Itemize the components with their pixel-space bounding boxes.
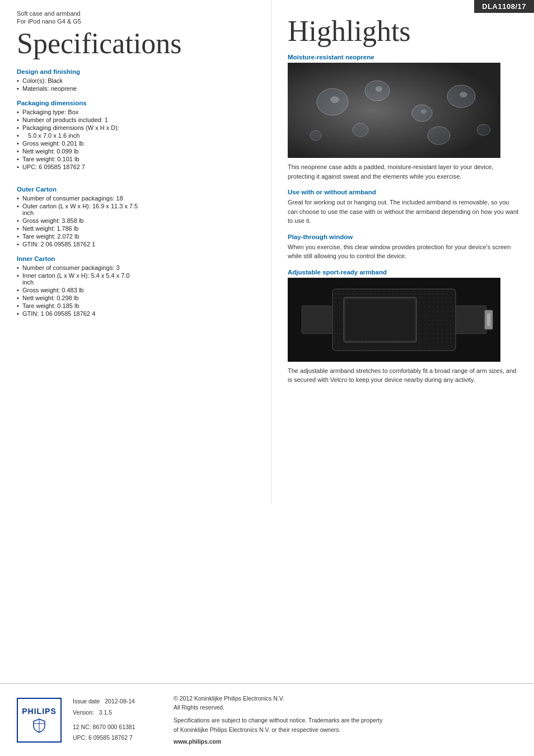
design-item-2: Materials: neoprene: [17, 85, 255, 92]
highlight-armband-use: Use with or without armband Great for wo…: [288, 189, 521, 226]
copyright-text: © 2012 Koninklijke Philips Electronics N…: [174, 694, 386, 703]
footer-meta-right: © 2012 Koninklijke Philips Electronics N…: [174, 694, 386, 746]
svg-point-3: [330, 96, 339, 103]
armband-image: [288, 278, 500, 362]
nc-row: 12 NC: 8670 000 61381: [73, 722, 162, 733]
pkg-item-7: Tare weight: 0.101 lb: [17, 156, 255, 162]
ic-item-5: Tare weight: 0.185 lb: [17, 302, 140, 309]
highlight-sport-armband-text: The adjustable armband stretches to comf…: [288, 366, 521, 385]
svg-rect-22: [487, 314, 490, 326]
ic-item-1: Number of consumer packagings: 3: [17, 264, 140, 271]
design-item-1: Color(s): Black: [17, 77, 255, 84]
neoprene-graphic: [288, 63, 500, 158]
oc-item-6: GTIN: 2 06 09585 18762 1: [17, 241, 140, 248]
rights-text: All Rights reserved.: [174, 703, 386, 712]
pkg-item-2: Number of products included: 1: [17, 116, 255, 123]
ic-item-2: Inner carton (L x W x H): 5.4 x 5.4 x 7.…: [17, 272, 140, 286]
svg-rect-20: [456, 306, 486, 334]
packaging-list: Packaging type: Box Number of products i…: [17, 109, 255, 170]
footer-meta-left: Issue date 2012-08-14 Version: 3.1.5 12 …: [73, 696, 162, 744]
pkg-item-3: Packaging dimensions (W x H x D):: [17, 124, 255, 131]
version-row: Version: 3.1.5: [73, 707, 162, 718]
svg-rect-1: [288, 63, 500, 158]
svg-point-11: [428, 127, 450, 144]
right-column: Highlights Moisture-resistant neoprene: [277, 0, 534, 404]
oc-item-1: Number of consumer packagings: 18: [17, 195, 140, 202]
highlight-window-heading: Play-through window: [288, 234, 521, 240]
product-line2: For iPod nano G4 & G5: [17, 18, 255, 25]
version-label: Version:: [73, 709, 94, 716]
svg-rect-23: [302, 306, 332, 334]
svg-point-10: [353, 123, 368, 137]
pkg-item-8: UPC: 6 09585 18762 7: [17, 164, 255, 170]
upc-row: UPC: 6 09585 18762 7: [73, 732, 162, 744]
product-line1: Soft case and armband: [17, 10, 255, 17]
svg-point-7: [421, 109, 427, 114]
pkg-item-5: Gross weight: 0.201 lb: [17, 140, 255, 147]
oc-item-3: Gross weight: 3.858 lb: [17, 217, 140, 224]
oc-item-4: Nett weight: 1.786 lb: [17, 225, 140, 232]
upc-label: UPC:: [73, 734, 88, 741]
vertical-divider: [271, 0, 271, 504]
philips-shield-icon: [32, 718, 46, 734]
design-heading: Design and finishing: [17, 68, 255, 75]
highlight-neoprene-text: This neoprene case adds a padded, moistu…: [288, 162, 521, 181]
outer-carton-col: Outer Carton Number of consumer packagin…: [17, 178, 140, 318]
highlight-window: Play-through window When you exercise, t…: [288, 234, 521, 261]
svg-point-9: [460, 92, 467, 97]
footer: PHILIPS Issue date 2012-08-14 Version: 3…: [0, 683, 534, 756]
design-list: Color(s): Black Materials: neoprene: [17, 77, 255, 92]
svg-point-12: [310, 130, 321, 141]
ic-item-4: Nett weight: 0.298 lb: [17, 295, 140, 301]
website-text: www.philips.com: [174, 737, 386, 746]
neoprene-image: [288, 63, 500, 158]
highlight-sport-armband-heading: Adjustable sport-ready armband: [288, 269, 521, 276]
page-title-specs: Specifications: [17, 29, 255, 58]
highlight-window-text: When you exercise, this clear window pro…: [288, 242, 521, 261]
ic-item-3: Gross weight: 0.483 lb: [17, 287, 140, 293]
pkg-item-4: 5.0 x 7.0 x 1.6 inch: [17, 132, 255, 139]
left-column: Soft case and armband For iPod nano G4 &…: [0, 0, 269, 329]
oc-item-2: Outer carton (L x W x H): 16.9 x 11.3 x …: [17, 203, 140, 216]
highlight-armband-use-text: Great for working out or hanging out. Th…: [288, 198, 521, 226]
outer-carton-heading: Outer Carton: [17, 186, 140, 193]
philips-logo-text: PHILIPS: [22, 707, 56, 716]
packaging-heading: Packaging dimensions: [17, 100, 255, 106]
version-value: 3.1.5: [99, 709, 112, 716]
upc-value: 6 09585 18762 7: [88, 734, 133, 741]
page-wrapper: DLA1108/17 Soft case and armband For iPo…: [0, 0, 534, 756]
issue-label: Issue date: [73, 698, 100, 704]
svg-rect-19: [345, 299, 415, 340]
highlight-neoprene-heading: Moisture-resistant neoprene: [288, 54, 521, 60]
pkg-item-6: Nett weight: 0.099 lb: [17, 148, 255, 155]
inner-carton-heading: Inner Carton: [17, 255, 140, 262]
pkg-item-1: Packaging type: Box: [17, 109, 255, 115]
nc-label: 12 NC:: [73, 724, 93, 730]
armband-graphic: [288, 278, 500, 362]
disclaimer-text: Specifications are subject to change wit…: [174, 716, 386, 735]
issue-date-value: 2012-08-14: [105, 698, 135, 704]
ic-item-6: GTIN: 1 06 09585 18762 4: [17, 310, 140, 317]
highlight-neoprene: Moisture-resistant neoprene: [288, 54, 521, 181]
svg-point-5: [376, 86, 382, 92]
oc-item-5: Tare weight: 2.072 lb: [17, 233, 140, 240]
philips-logo: PHILIPS: [17, 698, 62, 743]
outer-carton-list: Number of consumer packagings: 18 Outer …: [17, 195, 140, 248]
svg-point-13: [477, 124, 490, 136]
inner-carton-list: Number of consumer packagings: 3 Inner c…: [17, 264, 140, 317]
page-title-highlights: Highlights: [288, 17, 521, 46]
highlight-armband-use-heading: Use with or without armband: [288, 189, 521, 195]
issue-date-row: Issue date 2012-08-14: [73, 696, 162, 707]
nc-value: 8670 000 61381: [93, 724, 135, 730]
highlight-sport-armband: Adjustable sport-ready armband: [288, 269, 521, 385]
